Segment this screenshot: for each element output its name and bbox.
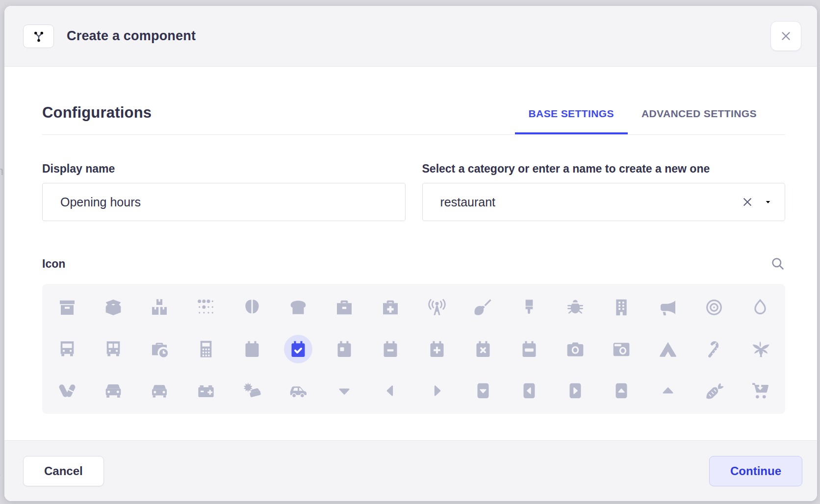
cart-arrow-down-icon[interactable]: [737, 370, 783, 411]
cancel-button[interactable]: Cancel: [23, 456, 104, 486]
candy-cane-icon[interactable]: [691, 328, 737, 370]
brain-icon[interactable]: [229, 286, 275, 328]
icon-section-header: Icon: [42, 256, 785, 271]
cannabis-icon[interactable]: [737, 328, 783, 370]
display-name-label: Display name: [42, 162, 406, 176]
bullhorn-icon[interactable]: [644, 286, 691, 328]
calendar-check-icon[interactable]: [275, 328, 321, 370]
modal-header: Create a component: [4, 6, 817, 67]
bus-alt-icon[interactable]: [90, 328, 136, 370]
caret-square-left-icon[interactable]: [506, 370, 552, 411]
icon-grid: [42, 284, 785, 414]
form-fields: Display name Select a category or enter …: [42, 162, 785, 221]
dropdown-caret-icon[interactable]: [763, 197, 773, 207]
car-battery-icon[interactable]: [183, 370, 229, 411]
display-name-input[interactable]: [42, 183, 406, 221]
briefcase-icon[interactable]: [321, 286, 367, 328]
calendar-times-icon[interactable]: [460, 328, 506, 370]
clear-icon[interactable]: [741, 195, 754, 209]
box-open-icon[interactable]: [90, 286, 136, 328]
campground-icon[interactable]: [644, 328, 691, 370]
brush-icon[interactable]: [506, 286, 552, 328]
component-icon: [23, 25, 54, 48]
caret-square-down-icon[interactable]: [460, 370, 506, 411]
box-archive-icon[interactable]: [44, 286, 90, 328]
business-time-icon[interactable]: [136, 328, 182, 370]
category-input[interactable]: [423, 183, 785, 221]
briefcase-medical-icon[interactable]: [367, 286, 413, 328]
icon-label: Icon: [42, 257, 65, 271]
burn-icon[interactable]: [737, 286, 783, 328]
bread-slice-icon[interactable]: [275, 286, 321, 328]
calendar-plus-icon[interactable]: [414, 328, 460, 370]
camera-icon[interactable]: [552, 328, 598, 370]
section-heading: Configurations: [42, 104, 152, 122]
broadcast-tower-icon[interactable]: [414, 286, 460, 328]
background-page-edge: emreytea: [0, 0, 4, 504]
modal-footer: Cancel Continue: [4, 440, 817, 501]
capsules-icon[interactable]: [44, 370, 90, 411]
car-crash-icon[interactable]: [229, 370, 275, 411]
calendar-day-icon[interactable]: [321, 328, 367, 370]
section-header: Configurations BASE SETTINGS ADVANCED SE…: [42, 104, 785, 135]
camera-retro-icon[interactable]: [598, 328, 644, 370]
settings-tabs: BASE SETTINGS ADVANCED SETTINGS: [515, 108, 785, 134]
bug-icon[interactable]: [552, 286, 598, 328]
caret-square-right-icon[interactable]: [552, 370, 598, 411]
category-select[interactable]: [422, 183, 786, 221]
caret-left-icon[interactable]: [367, 370, 413, 411]
building-icon[interactable]: [598, 286, 644, 328]
calendar-minus-icon[interactable]: [367, 328, 413, 370]
create-component-modal: Create a component Configurations BASE S…: [4, 6, 817, 501]
modal-body: Configurations BASE SETTINGS ADVANCED SE…: [4, 67, 817, 440]
broom-icon[interactable]: [460, 286, 506, 328]
category-label: Select a category or enter a name to cre…: [422, 162, 786, 176]
modal-title: Create a component: [67, 28, 196, 44]
car-alt-icon[interactable]: [136, 370, 182, 411]
calendar-week-icon[interactable]: [506, 328, 552, 370]
caret-up-icon[interactable]: [644, 370, 691, 411]
bus-icon[interactable]: [44, 328, 90, 370]
calendar-icon[interactable]: [229, 328, 275, 370]
caret-down-icon[interactable]: [321, 370, 367, 411]
car-side-icon[interactable]: [275, 370, 321, 411]
caret-square-up-icon[interactable]: [598, 370, 644, 411]
tab-advanced-settings[interactable]: ADVANCED SETTINGS: [628, 108, 770, 134]
caret-right-icon[interactable]: [414, 370, 460, 411]
boxes-stacked-icon[interactable]: [136, 286, 182, 328]
carrot-icon[interactable]: [691, 370, 737, 411]
bullseye-icon[interactable]: [691, 286, 737, 328]
continue-button[interactable]: Continue: [709, 456, 802, 486]
close-icon: [779, 29, 793, 43]
close-button[interactable]: [770, 21, 801, 51]
tab-base-settings[interactable]: BASE SETTINGS: [515, 108, 628, 134]
braille-icon[interactable]: [183, 286, 229, 328]
search-icon[interactable]: [770, 256, 785, 271]
calculator-icon[interactable]: [183, 328, 229, 370]
car-icon[interactable]: [90, 370, 136, 411]
